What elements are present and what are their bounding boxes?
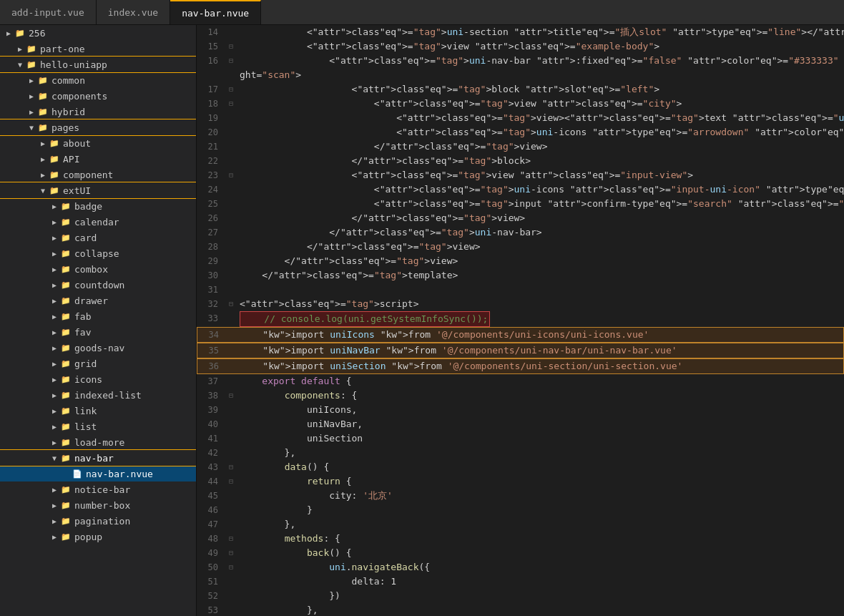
sidebar-item-extUI[interactable]: ▼📁extUI <box>0 182 196 198</box>
tree-arrow-notice-bar: ▶ <box>49 484 60 495</box>
folder-icon: 📁 <box>37 90 49 102</box>
sidebar-item-fav[interactable]: ▶📁fav <box>0 324 196 340</box>
line-number: 15 <box>197 39 225 54</box>
sidebar-item-list[interactable]: ▶📁list <box>0 419 196 434</box>
tree-arrow-fab: ▶ <box>49 311 60 322</box>
tree-arrow-nav-bar-folder: ▼ <box>49 452 60 464</box>
sidebar-item-component[interactable]: ▶📁component <box>0 167 196 182</box>
code-line-26: 26 </"attr">class"eq">="tag">view> <box>197 211 844 225</box>
sidebar-item-link[interactable]: ▶📁link <box>0 403 196 419</box>
fold-button[interactable]: ⊟ <box>225 532 237 546</box>
line-number: 38 <box>197 388 225 403</box>
tree-label-components: components <box>51 91 107 102</box>
sidebar-item-collapse[interactable]: ▶📁collapse <box>0 245 196 261</box>
sidebar-item-grid[interactable]: ▶📁grid <box>0 356 196 371</box>
sidebar-item-pagination[interactable]: ▶📁pagination <box>0 513 196 529</box>
code-content: methods: { <box>237 532 844 546</box>
sidebar-item-components[interactable]: ▶📁components <box>0 88 196 104</box>
folder-icon: 📁 <box>37 106 49 117</box>
fold-button[interactable]: ⊟ <box>225 82 237 97</box>
line-number: 45 <box>197 489 225 503</box>
fold-button[interactable]: ⊟ <box>225 54 237 68</box>
code-line-35: 35 "kw">import uniNavBar "kw">from '@/co… <box>197 343 844 358</box>
fold-button[interactable]: ⊟ <box>225 39 237 54</box>
sidebar-item-combox[interactable]: ▶📁combox <box>0 261 196 277</box>
code-content: <"attr">class"eq">="tag">input "attr">co… <box>237 197 844 211</box>
line-number: 17 <box>197 82 225 97</box>
line-number: 52 <box>197 589 225 603</box>
code-line-30: 30 </"attr">class"eq">="tag">template> <box>197 268 844 283</box>
fold-button[interactable]: ⊟ <box>225 97 237 111</box>
tree-arrow-hello-uniapp: ▼ <box>14 59 26 70</box>
tree-arrow-indexed-list: ▶ <box>49 389 60 401</box>
code-content: }, <box>237 603 844 616</box>
tab-nav-bar[interactable]: nav-bar.nvue <box>170 0 261 24</box>
sidebar[interactable]: ▶📁256▶📁part-one▼📁hello-uniapp▶📁common▶📁c… <box>0 25 197 616</box>
sidebar-item-badge[interactable]: ▶📁badge <box>0 198 196 214</box>
tree-label-notice-bar: notice-bar <box>74 484 130 495</box>
folder-icon: 📁 <box>60 326 72 338</box>
code-line-24: 24 <"attr">class"eq">="tag">uni-icons "a… <box>197 182 844 197</box>
code-line-27: 27 </"attr">class"eq">="tag">uni-nav-bar… <box>197 225 844 240</box>
tree-label-calendar: calendar <box>74 217 119 228</box>
sidebar-item-icons[interactable]: ▶📁icons <box>0 371 196 387</box>
folder-icon: 📁 <box>49 153 60 165</box>
code-editor[interactable]: 14 <"attr">class"eq">="tag">uni-section … <box>197 25 844 616</box>
sidebar-item-hello-uniapp[interactable]: ▼📁hello-uniapp <box>0 57 196 72</box>
line-number: 48 <box>197 532 225 546</box>
tree-arrow-calendar: ▶ <box>49 216 60 228</box>
sidebar-item-about[interactable]: ▶📁about <box>0 135 196 151</box>
tree-label-root-256: 256 <box>29 28 45 39</box>
sidebar-item-api[interactable]: ▶📁API <box>0 151 196 167</box>
folder-icon: 📁 <box>60 499 72 511</box>
sidebar-item-root-256[interactable]: ▶📁256 <box>0 25 196 41</box>
fold-button[interactable]: ⊟ <box>225 168 237 182</box>
tree-arrow-list: ▶ <box>49 421 60 432</box>
sidebar-item-nav-bar-folder[interactable]: ▼📁nav-bar <box>0 450 196 466</box>
sidebar-item-hybrid[interactable]: ▶📁hybrid <box>0 104 196 119</box>
sidebar-item-indexed-list[interactable]: ▶📁indexed-list <box>0 387 196 403</box>
code-content: "kw">import uniSection "kw">from '@/comp… <box>237 359 843 373</box>
code-content: </"attr">class"eq">="tag">block> <box>237 154 844 168</box>
sidebar-item-part-one[interactable]: ▶📁part-one <box>0 41 196 57</box>
folder-icon: 📁 <box>14 27 26 39</box>
tab-index[interactable]: index.vue <box>97 0 170 24</box>
tree-arrow-fav: ▶ <box>49 326 60 338</box>
sidebar-item-countdown[interactable]: ▶📁countdown <box>0 277 196 293</box>
line-number: 20 <box>197 125 225 140</box>
sidebar-item-number-box[interactable]: ▶📁number-box <box>0 497 196 513</box>
line-number: 25 <box>197 197 225 211</box>
line-number: 34 <box>197 328 226 342</box>
sidebar-item-popup[interactable]: ▶📁popup <box>0 529 196 544</box>
sidebar-item-calendar[interactable]: ▶📁calendar <box>0 214 196 230</box>
sidebar-item-goods-nav[interactable]: ▶📁goods-nav <box>0 340 196 356</box>
code-content: <"attr">class"eq">="tag">uni-icons "attr… <box>237 125 844 140</box>
code-line-32: 32⊟<"attr">class"eq">="tag">script> <box>197 297 844 311</box>
sidebar-item-nav-bar-nvue[interactable]: 📄nav-bar.nvue <box>0 466 196 481</box>
sidebar-item-common[interactable]: ▶📁common <box>0 72 196 88</box>
code-line-49: 49⊟ back() { <box>197 546 844 560</box>
sidebar-item-drawer[interactable]: ▶📁drawer <box>0 293 196 308</box>
sidebar-item-card[interactable]: ▶📁card <box>0 230 196 245</box>
sidebar-item-pages[interactable]: ▼📁pages <box>0 119 196 135</box>
fold-button[interactable]: ⊟ <box>225 297 237 311</box>
fold-button[interactable]: ⊟ <box>225 460 237 474</box>
code-line-21: 21 </"attr">class"eq">="tag">view> <box>197 140 844 154</box>
line-number: 36 <box>197 359 226 373</box>
code-content: <"attr">class"eq">="tag">view "attr">cla… <box>237 97 844 111</box>
code-content: uniSection <box>237 431 844 446</box>
sidebar-item-load-more[interactable]: ▶📁load-more <box>0 434 196 450</box>
tree-arrow-common: ▶ <box>26 74 37 86</box>
sidebar-item-fab[interactable]: ▶📁fab <box>0 308 196 324</box>
sidebar-item-notice-bar[interactable]: ▶📁notice-bar <box>0 481 196 497</box>
line-number: 24 <box>197 182 225 197</box>
fold-button[interactable]: ⊟ <box>225 546 237 560</box>
tab-add-input[interactable]: add-input.vue <box>0 0 97 24</box>
fold-button[interactable]: ⊟ <box>225 474 237 489</box>
code-content: <"attr">class"eq">="tag">view "attr">cla… <box>237 168 844 182</box>
folder-icon: 📁 <box>60 405 72 416</box>
code-line-50: 50⊟ uni.navigateBack({ <box>197 560 844 575</box>
fold-button[interactable]: ⊟ <box>225 560 237 575</box>
tree-arrow-countdown: ▶ <box>49 279 60 290</box>
fold-button[interactable]: ⊟ <box>225 388 237 403</box>
